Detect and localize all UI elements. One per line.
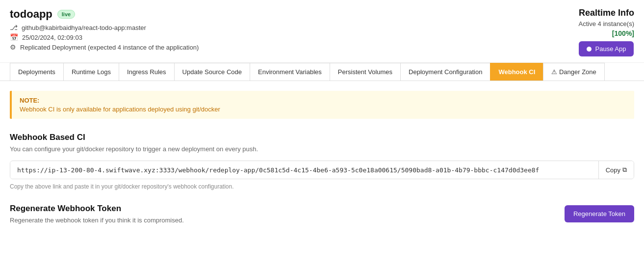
regen-section: Regenerate Webhook Token Regenerate the … [10,204,634,224]
copy-icon: ⧉ [622,166,627,174]
pause-btn-label: Pause App [595,45,626,53]
live-badge: live [57,10,75,19]
copy-button[interactable]: Copy ⧉ [598,161,634,179]
page-header: todoapp live ⎇ github@kabirbaidhya/react… [0,0,644,63]
tab-deployment-configuration[interactable]: Deployment Configuration [400,63,490,81]
tab-update-source-code[interactable]: Update Source Code [174,63,250,81]
tab-webhook-ci[interactable]: Webhook CI [490,63,543,81]
regen-left: Regenerate Webhook Token Regenerate the … [10,204,184,224]
app-name: todoapp [10,8,52,21]
pause-app-button[interactable]: Pause App [579,41,634,56]
tab-ingress-rules[interactable]: Ingress Rules [119,63,174,81]
calendar-icon: 📅 [10,33,18,41]
instances-pct: [100%] [579,29,634,37]
webhook-hint: Copy the above link and paste it in your… [10,183,634,190]
header-right: Realtime Info Active 4 instance(s) [100%… [579,8,634,56]
realtime-title: Realtime Info [579,8,634,18]
webhook-section-title: Webhook Based CI [10,133,634,142]
repo-row: ⎇ github@kabirbaidhya/react-todo-app:mas… [10,24,199,31]
tab-runtime-logs[interactable]: Runtime Logs [63,63,119,81]
pause-icon [587,47,592,52]
git-icon: ⎇ [10,24,18,31]
webhook-section-desc: You can configure your git/docker reposi… [10,145,634,153]
deployment-info-text: Replicated Deployment (expected 4 instan… [20,44,199,51]
date-row: 📅 25/02/2024, 02:09:03 [10,33,199,41]
notice-text: Webhook CI is only available for applica… [20,106,626,113]
active-instances: Active 4 instance(s) [579,20,634,27]
regen-btn-label: Regenerate Token [573,210,625,218]
nav-tabs: DeploymentsRuntime LogsIngress RulesUpda… [0,63,644,81]
tab-deployments[interactable]: Deployments [10,63,64,81]
tab-persistent-volumes[interactable]: Persistent Volumes [330,63,401,81]
app-title-row: todoapp live [10,8,199,21]
notice-box: NOTE: Webhook CI is only available for a… [10,91,634,119]
webhook-url-row: https://ip-13-200-80-4.swiftwave.xyz:333… [10,161,634,179]
deployment-info-row: ⚙ Replicated Deployment (expected 4 inst… [10,43,199,51]
main-content: NOTE: Webhook CI is only available for a… [0,81,644,234]
copy-label: Copy [606,166,620,174]
regen-title: Regenerate Webhook Token [10,204,184,214]
header-left: todoapp live ⎇ github@kabirbaidhya/react… [10,8,199,53]
gear-icon: ⚙ [10,43,16,51]
date-text: 25/02/2024, 02:09:03 [22,34,82,41]
notice-title: NOTE: [20,97,626,104]
repo-text: github@kabirbaidhya/react-todo-app:maste… [22,24,146,31]
regen-desc: Regenerate the webhook token if you thin… [10,217,184,224]
regenerate-token-button[interactable]: Regenerate Token [565,205,634,222]
tab-environment-variables[interactable]: Environment Variables [250,63,330,81]
tab--danger-zone[interactable]: ⚠ Danger Zone [543,63,605,81]
webhook-url-text: https://ip-13-200-80-4.swiftwave.xyz:333… [10,162,598,179]
